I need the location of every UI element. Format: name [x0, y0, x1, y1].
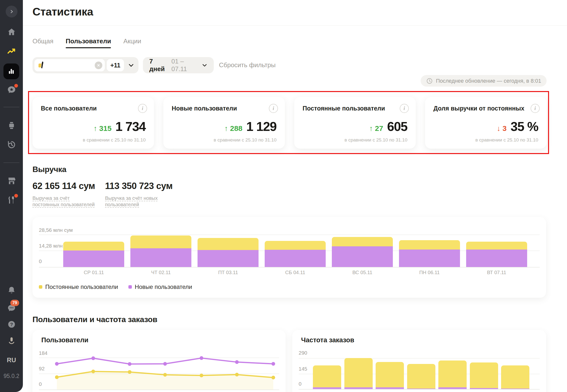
- sidebar-item-home[interactable]: [7, 27, 16, 37]
- brand-filter-field[interactable]: [34, 59, 105, 71]
- kpi-value: 1 734: [115, 119, 146, 134]
- kpi-value: 1 129: [246, 119, 276, 134]
- sidebar-item-statistics-active[interactable]: [3, 63, 19, 79]
- bar-segment-regular: [407, 364, 435, 389]
- data-point: [200, 356, 203, 360]
- bar-segment-new: [130, 248, 191, 267]
- sidebar-item-store[interactable]: [7, 176, 16, 186]
- revenue-daily-chart-card: 28,56 млн сум 14,28 млн 0 СР 01.11ЧТ 02.…: [32, 217, 546, 298]
- revenue-regular-label[interactable]: Выручка за счёт постоянных пользователей: [32, 195, 96, 208]
- bar-segment-regular: [332, 237, 393, 246]
- trending-up-icon: [7, 47, 16, 56]
- x-axis-line: [299, 389, 540, 390]
- bar-segment-new: [198, 250, 259, 267]
- bar-segment-new: [63, 251, 124, 267]
- bar-segment-new: [438, 387, 467, 389]
- gridline: [39, 235, 540, 235]
- last-update-text: Последнее обновление — сегодня, в 8:01: [436, 78, 541, 84]
- kpi-card-regular-revenue-share: Доля выручки от постоянных i ↓ 3 35 % в …: [425, 97, 547, 149]
- sidebar-item-reviews[interactable]: [7, 85, 16, 95]
- stacked-bar: [470, 362, 498, 389]
- bar-segment-new: [344, 387, 373, 389]
- stacked-bar: [344, 358, 373, 389]
- data-point: [163, 362, 167, 366]
- history-clock-icon: [7, 140, 16, 150]
- tab-users[interactable]: Пользователи: [66, 37, 111, 48]
- tab-general[interactable]: Общая: [32, 37, 53, 48]
- terminal-device-icon: [7, 121, 16, 130]
- kpi-card-new-users: Новые пользователи i ↑ 288 1 129 в сравн…: [163, 97, 285, 149]
- kpi-title: Все пользователи: [41, 105, 97, 112]
- close-icon: [97, 63, 100, 67]
- stacked-bar: [376, 362, 404, 389]
- info-icon[interactable]: i: [400, 104, 409, 113]
- language-switcher[interactable]: RU: [0, 356, 23, 364]
- y-axis-label: 0: [299, 381, 302, 387]
- data-point: [128, 370, 132, 374]
- x-axis-label: ВТ 07.11: [463, 270, 530, 275]
- bar-segment-new: [407, 389, 435, 389]
- legend-dot-yellow: [39, 285, 42, 289]
- bar-segment-regular: [265, 241, 326, 250]
- bar-segment-new: [265, 250, 326, 267]
- tabs: Общая Пользователи Акции: [32, 37, 141, 48]
- last-update-badge: Последнее обновление — сегодня, в 8:01: [421, 75, 547, 87]
- svg-text:?: ?: [10, 322, 13, 327]
- kpi-compare-note: в сравнении с 25.10 по 31.10: [83, 137, 146, 143]
- bar-segment-new: [376, 387, 404, 389]
- stacked-bar: [313, 365, 341, 389]
- sidebar-item-history[interactable]: [7, 140, 16, 150]
- clock-icon: [426, 78, 433, 84]
- stacked-bar: [198, 238, 259, 267]
- revenue-regular-value: 62 165 114 сум: [32, 181, 95, 191]
- home-icon: [7, 27, 16, 37]
- clear-brand-filter-button[interactable]: [95, 62, 102, 69]
- stacked-bar: [407, 364, 435, 389]
- revenue-new-label[interactable]: Выручка за счёт новых пользователей: [105, 195, 162, 208]
- data-point: [92, 356, 95, 360]
- gridline: [299, 358, 540, 359]
- notification-dot: [14, 84, 18, 88]
- brand-filter[interactable]: +11: [32, 57, 138, 73]
- sidebar-item-trends[interactable]: [7, 47, 16, 56]
- tab-promotions[interactable]: Акции: [123, 37, 141, 48]
- x-axis-label: СБ 04.11: [262, 270, 329, 275]
- legend-item-regular-users: Постоянные пользователи: [39, 283, 118, 290]
- sidebar-item-support[interactable]: [7, 336, 16, 346]
- period-label: 7 дней: [149, 58, 168, 73]
- info-icon[interactable]: i: [531, 104, 540, 113]
- card-title: Частота заказов: [301, 336, 354, 344]
- stacked-bar: [399, 240, 460, 267]
- data-point: [200, 374, 203, 377]
- data-point: [272, 376, 275, 379]
- sidebar-item-help[interactable]: ?: [7, 320, 16, 329]
- period-range: 01 – 07.11: [171, 58, 198, 73]
- sidebar-item-notifications[interactable]: [7, 285, 16, 295]
- users-line-chart: [32, 330, 286, 392]
- kpi-value: 35 %: [510, 119, 538, 134]
- legend-item-new-users: Новые пользователи: [128, 283, 192, 290]
- sidebar-collapse-button[interactable]: [6, 6, 17, 17]
- stacked-bar: [438, 361, 467, 389]
- legend-dot-purple: [128, 285, 132, 289]
- bar-segment-regular: [313, 365, 341, 387]
- messages-count-badge: 79: [10, 300, 19, 306]
- bar-segment-new: [332, 246, 393, 267]
- reset-filters-button[interactable]: Сбросить фильтры: [219, 61, 276, 69]
- info-icon[interactable]: i: [138, 104, 147, 113]
- kpi-delta: ↑ 27: [369, 124, 383, 133]
- kpi-compare-note: в сравнении с 25.10 по 31.10: [475, 137, 538, 143]
- kpi-title: Новые пользователи: [172, 105, 237, 112]
- sidebar-item-restaurant[interactable]: [7, 195, 16, 205]
- bar-segment-new: [501, 389, 529, 389]
- x-axis-label: ПТ 03.11: [195, 270, 262, 275]
- bar-segment-regular: [438, 361, 467, 387]
- sidebar-item-terminal[interactable]: [7, 121, 16, 130]
- period-filter[interactable]: 7 дней 01 – 07.11: [143, 57, 214, 73]
- bar-segment-new: [470, 388, 498, 389]
- info-icon[interactable]: i: [269, 104, 278, 113]
- brand-more-count-chip[interactable]: +11: [107, 59, 124, 71]
- data-point: [163, 373, 167, 376]
- kpi-delta: ↑ 315: [93, 124, 111, 133]
- chevron-down-icon: [202, 62, 207, 68]
